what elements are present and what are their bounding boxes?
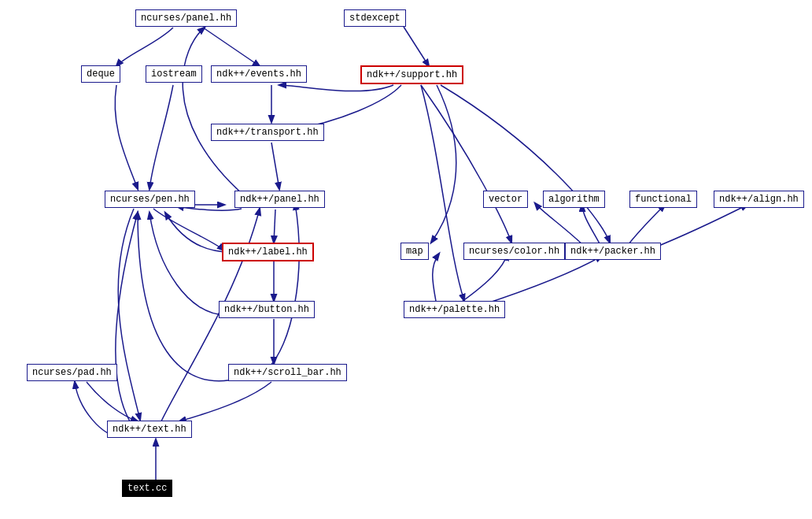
- node-ndk-panel: ndk++/panel.hh: [234, 191, 325, 208]
- node-text-cc: text.cc: [122, 480, 172, 497]
- node-map: map: [400, 243, 429, 260]
- node-ndk-events: ndk++/events.hh: [211, 65, 307, 83]
- node-ndk-transport: ndk++/transport.hh: [211, 124, 324, 141]
- node-iostream: iostream: [146, 65, 202, 83]
- node-ndk-support: ndk++/support.hh: [360, 65, 463, 84]
- node-ndk-packer: ndk++/packer.hh: [565, 243, 661, 260]
- node-ndk-palette: ndk++/palette.hh: [404, 301, 505, 318]
- node-ndk-scrollbar: ndk++/scroll_bar.hh: [228, 364, 347, 381]
- node-deque: deque: [81, 65, 120, 83]
- node-stdexcept: stdexcept: [344, 9, 406, 27]
- node-ncurses-pad: ncurses/pad.hh: [27, 364, 117, 381]
- dependency-graph: stdexcept ncurses/panel.hh deque iostrea…: [0, 0, 812, 519]
- node-ndk-text: ndk++/text.hh: [107, 421, 192, 438]
- node-ndk-align: ndk++/align.hh: [714, 191, 804, 208]
- node-functional: functional: [629, 191, 697, 208]
- node-ncurses-panel: ncurses/panel.hh: [135, 9, 237, 27]
- node-ncurses-color: ncurses/color.hh: [463, 243, 565, 260]
- node-vector: vector: [483, 191, 528, 208]
- node-ndk-label: ndk++/label.hh: [222, 243, 314, 261]
- node-ncurses-pen: ncurses/pen.hh: [105, 191, 195, 208]
- node-ndk-button: ndk++/button.hh: [219, 301, 315, 318]
- node-algorithm: algorithm: [543, 191, 605, 208]
